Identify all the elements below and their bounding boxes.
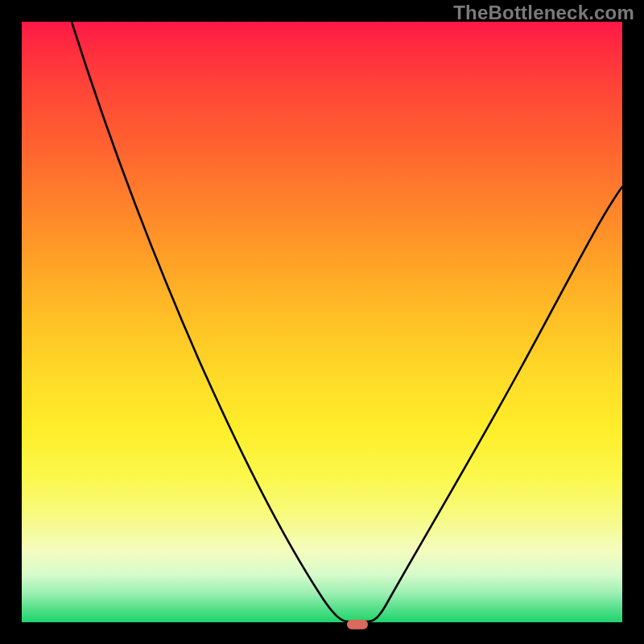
bottleneck-curve [22, 22, 622, 622]
watermark-text: TheBottleneck.com [453, 2, 634, 24]
curve-path [72, 22, 622, 621]
plot-area [22, 22, 622, 622]
min-marker [347, 620, 368, 630]
chart-frame: TheBottleneck.com [0, 0, 644, 644]
